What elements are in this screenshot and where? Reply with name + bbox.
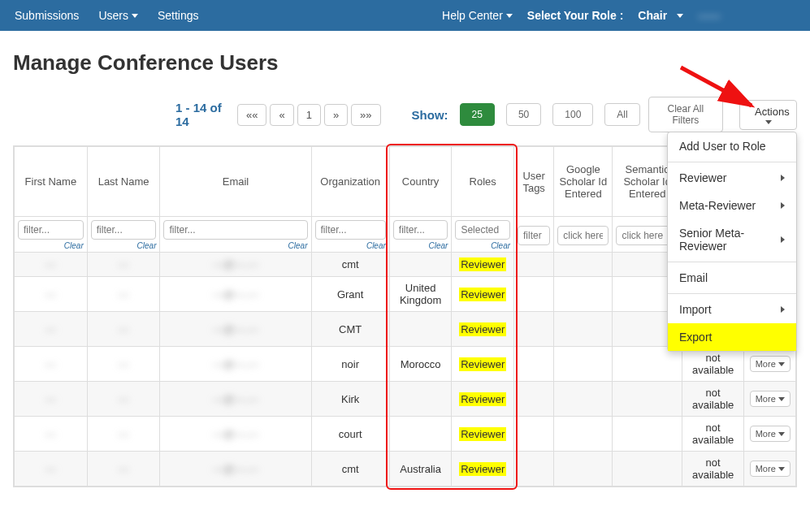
cell-organization: Kirk — [311, 382, 389, 417]
more-button[interactable]: More — [750, 391, 791, 407]
clear-email[interactable]: Clear — [163, 241, 307, 250]
cell-google-scholar — [554, 417, 613, 452]
caret-down-icon — [778, 467, 785, 471]
dropdown-item-export[interactable]: Export — [668, 323, 796, 351]
dropdown-item-meta-reviewer[interactable]: Meta-Reviewer — [668, 192, 796, 219]
filter-user-tags[interactable] — [518, 226, 550, 245]
table-row: ———@—.—noirMoroccoReviewernot availableM… — [15, 347, 796, 382]
caret-down-icon — [778, 397, 785, 401]
more-button[interactable]: More — [750, 426, 791, 442]
col-google-scholar[interactable]: Google Scholar Id Entered — [554, 147, 613, 217]
chevron-right-icon — [781, 306, 785, 313]
select-role-label: Select Your Role : — [527, 9, 624, 22]
filter-first-name[interactable] — [18, 220, 84, 240]
cell-organization: noir — [311, 347, 389, 382]
cell-role: Reviewer — [452, 417, 514, 452]
cell-user-tags — [514, 417, 554, 452]
cell-role: Reviewer — [452, 452, 514, 487]
cell-user-tags — [514, 452, 554, 487]
nav-users-label: Users — [98, 9, 128, 22]
caret-down-icon — [778, 432, 785, 436]
chevron-right-icon — [781, 175, 785, 181]
filter-google-scholar[interactable] — [557, 226, 609, 245]
user-menu[interactable]: —— — [698, 9, 795, 22]
filter-roles[interactable] — [455, 220, 510, 240]
cell-semantic-scholar — [613, 347, 682, 382]
cell-more: More — [744, 417, 796, 452]
filter-last-name[interactable] — [91, 220, 157, 240]
cell-first-name: — — [15, 452, 88, 487]
cell-country: Australia — [389, 452, 452, 487]
actions-label: Actions — [755, 106, 790, 118]
cell-dblp: not available — [682, 347, 744, 382]
cell-user-tags — [514, 253, 554, 277]
cell-organization: CMT — [311, 312, 389, 347]
nav-right: Help Center Select Your Role : Chair —— — [442, 9, 795, 22]
col-country[interactable]: Country — [389, 147, 452, 217]
cell-email: —@—.— — [160, 253, 311, 277]
clear-all-filters-button[interactable]: Clear All Filters — [648, 97, 723, 132]
cell-more: More — [744, 452, 796, 487]
show-100-button[interactable]: 100 — [552, 103, 593, 126]
clear-last-name[interactable]: Clear — [91, 241, 157, 250]
cell-country — [389, 417, 452, 452]
caret-down-icon — [765, 120, 772, 124]
nav-users[interactable]: Users — [98, 9, 138, 22]
clear-country[interactable]: Clear — [393, 241, 448, 250]
col-email[interactable]: Email — [160, 147, 311, 217]
cell-user-tags — [514, 277, 554, 312]
pager-next-button[interactable]: » — [324, 104, 348, 126]
cell-semantic-scholar — [613, 452, 682, 487]
cell-user-tags — [514, 382, 554, 417]
filter-email[interactable] — [163, 220, 307, 240]
cell-first-name: — — [15, 382, 88, 417]
pager-page-button[interactable]: 1 — [297, 104, 321, 126]
dropdown-item-email[interactable]: Email — [668, 264, 796, 292]
col-roles[interactable]: Roles — [452, 147, 514, 217]
show-50-button[interactable]: 50 — [506, 103, 541, 126]
show-25-button[interactable]: 25 — [460, 103, 495, 126]
chevron-right-icon — [781, 236, 785, 243]
cell-google-scholar — [554, 253, 613, 277]
col-first-name[interactable]: First Name — [15, 147, 88, 217]
cell-user-tags — [514, 312, 554, 347]
clear-first-name[interactable]: Clear — [18, 241, 84, 250]
pager-last-button[interactable]: »» — [351, 104, 380, 126]
nav-settings[interactable]: Settings — [158, 9, 199, 22]
cell-role: Reviewer — [452, 312, 514, 347]
nav-help-center[interactable]: Help Center — [442, 9, 513, 22]
col-user-tags[interactable]: User Tags — [514, 147, 554, 217]
clear-roles[interactable]: Clear — [455, 241, 510, 250]
role-dropdown[interactable]: Chair — [638, 9, 683, 22]
cell-last-name: — — [87, 253, 160, 277]
col-organization[interactable]: Organization — [311, 147, 389, 217]
pager-first-button[interactable]: «« — [237, 104, 266, 126]
cell-first-name: — — [15, 312, 88, 347]
dropdown-item-import[interactable]: Import — [668, 296, 796, 323]
cell-semantic-scholar — [613, 382, 682, 417]
cell-more: More — [744, 382, 796, 417]
show-all-button[interactable]: All — [604, 103, 639, 126]
actions-button[interactable]: Actions — [739, 100, 797, 130]
cell-email: —@—.— — [160, 452, 311, 487]
actions-dropdown: Add User to RoleReviewerMeta-ReviewerSen… — [667, 132, 797, 352]
nav-left: Submissions Users Settings — [15, 9, 199, 22]
nav-submissions[interactable]: Submissions — [15, 9, 79, 22]
more-button[interactable]: More — [750, 356, 791, 372]
cell-country: Morocco — [389, 347, 452, 382]
dropdown-item-reviewer[interactable]: Reviewer — [668, 164, 796, 192]
clear-organization[interactable]: Clear — [315, 241, 386, 250]
col-last-name[interactable]: Last Name — [87, 147, 160, 217]
cell-country — [389, 253, 452, 277]
cell-organization: court — [311, 417, 389, 452]
dropdown-item-add-user-to-role[interactable]: Add User to Role — [668, 132, 796, 160]
cell-organization: cmt — [311, 253, 389, 277]
cell-organization: Grant — [311, 277, 389, 312]
pager-prev-button[interactable]: « — [270, 104, 293, 126]
cell-email: —@—.— — [160, 312, 311, 347]
more-button[interactable]: More — [750, 461, 791, 477]
filter-country[interactable] — [393, 220, 448, 240]
dropdown-item-senior-meta-reviewer[interactable]: Senior Meta-Reviewer — [668, 219, 796, 260]
filter-organization[interactable] — [315, 220, 386, 240]
cell-role: Reviewer — [452, 382, 514, 417]
